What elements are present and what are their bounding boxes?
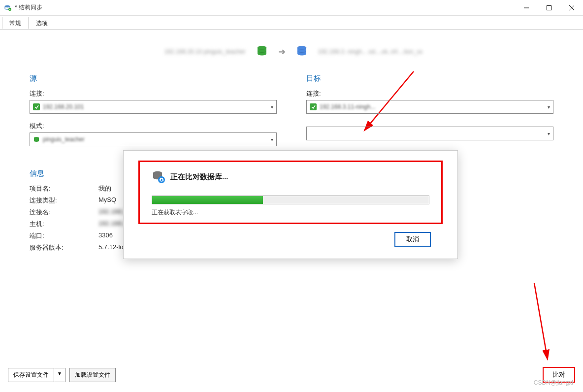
progress-status: 正在获取表字段... bbox=[152, 208, 429, 217]
save-profile-label: 保存设置文件 bbox=[8, 368, 54, 382]
minimize-button[interactable] bbox=[515, 0, 538, 16]
source-conn-value: 192.168.20.101 bbox=[43, 103, 271, 110]
svg-rect-3 bbox=[547, 5, 551, 10]
source-mode-select[interactable]: pinguis_teacher ▾ bbox=[30, 132, 277, 146]
sync-db-icon bbox=[152, 170, 165, 184]
bottom-bar: 保存设置文件 ▼ 加载设置文件 比对 bbox=[0, 365, 583, 385]
dialog-footer: 取消 bbox=[138, 232, 443, 247]
dialog-title: 正在比对数据库... bbox=[170, 172, 228, 182]
target-column: 目标 连接: 192.168.3.11-ningh... ▾ ▾ bbox=[306, 74, 553, 154]
window-controls bbox=[515, 0, 583, 16]
target-heading: 目标 bbox=[306, 74, 553, 83]
database-icon bbox=[33, 136, 40, 143]
info-conntype-label: 连接类型: bbox=[30, 196, 98, 205]
cancel-button[interactable]: 取消 bbox=[394, 232, 431, 247]
svg-rect-11 bbox=[33, 103, 40, 110]
source-conn-label: 连接: bbox=[30, 89, 277, 98]
diagram-source-label: 192.168.20.10 pinguis_teacher bbox=[157, 48, 246, 55]
chevron-down-icon: ▾ bbox=[548, 104, 550, 110]
info-connname-label: 连接名: bbox=[30, 208, 98, 217]
tab-options[interactable]: 选项 bbox=[29, 17, 55, 29]
tab-bar: 常规 选项 bbox=[0, 16, 583, 30]
save-profile-button[interactable]: 保存设置文件 ▼ bbox=[8, 368, 65, 382]
progress-dialog: 正在比对数据库... 正在获取表字段... 取消 bbox=[123, 150, 458, 259]
svg-line-14 bbox=[534, 283, 548, 359]
tab-general[interactable]: 常规 bbox=[2, 17, 29, 29]
watermark: CSDN@jiangxl bbox=[534, 379, 573, 386]
progress-fill bbox=[152, 196, 263, 204]
sync-diagram: 192.168.20.10 pinguis_teacher ➜ 192.168.… bbox=[0, 30, 583, 74]
source-heading: 源 bbox=[30, 74, 277, 83]
target-conn-label: 连接: bbox=[306, 89, 553, 98]
window-title: * 结构同步 bbox=[15, 3, 515, 12]
plug-icon bbox=[310, 103, 317, 110]
info-project-value: 我的 bbox=[98, 184, 111, 193]
titlebar: * 结构同步 bbox=[0, 0, 583, 16]
plug-icon bbox=[33, 103, 40, 110]
source-conn-select[interactable]: 192.168.20.101 ▾ bbox=[30, 100, 277, 114]
main-panel: 源 连接: 192.168.20.101 ▾ 模式: pinguis_teach… bbox=[0, 74, 583, 154]
close-button[interactable] bbox=[560, 0, 583, 16]
dialog-header: 正在比对数据库... bbox=[152, 170, 429, 184]
target-conn-select[interactable]: 192.168.3.11-ningh... ▾ bbox=[306, 100, 553, 114]
arrow-right-icon: ➜ bbox=[278, 46, 286, 57]
dialog-highlight: 正在比对数据库... 正在获取表字段... bbox=[138, 161, 443, 224]
info-port-value: 3306 bbox=[98, 231, 113, 240]
info-host-label: 主机: bbox=[30, 220, 98, 229]
source-mode-label: 模式: bbox=[30, 122, 277, 131]
database-target-icon bbox=[295, 45, 308, 59]
dropdown-caret-icon[interactable]: ▼ bbox=[54, 368, 65, 382]
svg-rect-13 bbox=[310, 103, 317, 110]
progress-bar bbox=[152, 196, 429, 204]
diagram-target-label: 192.168.3. ningh... od....ok..inf....tio… bbox=[318, 48, 426, 55]
database-source-icon bbox=[256, 45, 268, 59]
svg-point-0 bbox=[5, 5, 10, 7]
chevron-down-icon: ▾ bbox=[271, 137, 273, 142]
source-mode-value: pinguis_teacher bbox=[43, 136, 271, 143]
load-profile-button[interactable]: 加载设置文件 bbox=[69, 368, 116, 382]
annotation-arrow-2 bbox=[517, 281, 556, 369]
target-mode-select[interactable]: ▾ bbox=[306, 127, 553, 140]
info-port-label: 端口: bbox=[30, 231, 98, 240]
svg-point-16 bbox=[158, 176, 165, 183]
chevron-down-icon: ▾ bbox=[548, 131, 550, 136]
info-version-label: 服务器版本: bbox=[30, 243, 98, 252]
info-project-label: 项目名: bbox=[30, 184, 98, 193]
source-column: 源 连接: 192.168.20.101 ▾ 模式: pinguis_teach… bbox=[30, 74, 277, 154]
app-icon bbox=[4, 4, 12, 12]
info-conntype-value: MySQ bbox=[98, 196, 116, 205]
target-conn-value: 192.168.3.11-ningh... bbox=[320, 103, 548, 110]
chevron-down-icon: ▾ bbox=[271, 104, 273, 110]
maximize-button[interactable] bbox=[538, 0, 560, 16]
